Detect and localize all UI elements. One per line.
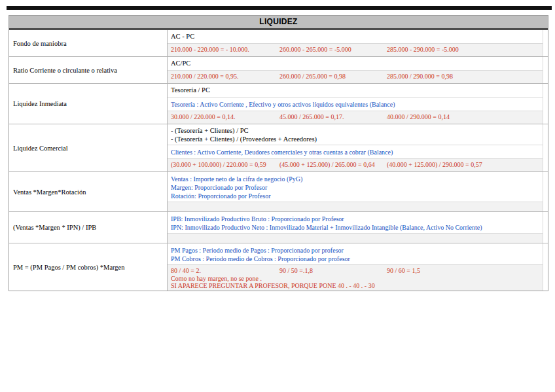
result3-subrow: (30.000 + 100.000) / 220.000 = 0,59(45.0… [168,159,543,171]
table-header: LIQUIDEZ [9,16,548,30]
result-comment: SI APARECE PREGUNTAR A PROFESOR, PORQUE … [171,282,539,289]
note-text: Ventas : Importe neto de la cifra de neg… [171,175,539,183]
formula-subrow: AC/PC [168,57,543,71]
note-text: IPB: Inmovilizado Productivo Bruto : Pro… [171,215,539,223]
result-columns: (30.000 + 100.000) / 220.000 = 0,59(45.0… [171,161,539,169]
table-row: Liquidez Comercial- (Tesorería + Cliente… [9,124,548,172]
table-row: (Ventas *Margen * IPN) / IPBIPB: Inmovil… [9,212,548,243]
empty-subrow [168,234,543,243]
row-spacer [543,212,548,243]
liquidity-table: LIQUIDEZ Fondo de maniobraAC - PC210.000… [9,15,548,291]
row-spacer [543,243,548,291]
row-label: PM = (PM Pagos / PM cobros) *Margen [9,243,168,291]
table-row: Ventas *Margen*RotaciónVentas : Importe … [9,172,548,212]
row-content: IPB: Inmovilizado Productivo Bruto : Pro… [168,212,543,243]
table-row: Liquidez InmediataTesorería / PCTesorerí… [9,84,548,124]
formula-subrow: Tesorería / PC [168,84,543,98]
result-value: 260.000 / 265.000 = 0,98 [279,73,387,80]
note-subrow: PM Pagos : Periodo medio de Pagos : Prop… [168,243,543,265]
result3-subrow: 30.000 / 220.000 = 0,14.45.000 / 265.000… [168,111,543,124]
formula-text: AC/PC [171,59,539,67]
note-subrow: Clientes : Activo Corriente, Deudores co… [168,145,543,159]
result-value: 285.000 / 290.000 = 0,98 [387,73,539,80]
note-text: Rotación: Proporcionado por Profesor [171,192,539,200]
note-subrow: Tesorería : Activo Corriente , Efectivo … [168,98,543,111]
note-text: PM Pagos : Periodo medio de Pagos : Prop… [171,246,539,255]
row-spacer [543,57,548,83]
result-columns: 30.000 / 220.000 = 0,14.45.000 / 265.000… [171,113,539,121]
note-text: IPN: Inmovilizado Productivo Neto : Inmo… [171,223,539,232]
result-comment: Como no hay margen, no se pone . [171,275,539,282]
row-spacer [543,124,548,171]
row-content: Ventas : Importe neto de la cifra de neg… [168,172,543,211]
formula-text: Tesorería / PC [171,86,539,94]
result-block-subrow: 80 / 40 = 2.90 / 50 =.1,890 / 60 = 1,5Co… [168,265,543,291]
row-content: - (Tesorería + Clientes) / PC- (Tesorerí… [168,124,543,171]
result3-subrow: 210.000 - 220.000 = - 10.000.260.000 - 2… [168,44,543,56]
note-text: PM Cobros : Periodo medio de Cobros : Pr… [171,255,539,263]
note-text: Clientes : Activo Corriente, Deudores co… [171,148,539,156]
table-row: Ratio Corriente o circulante o relativaA… [9,57,548,84]
row-label: Liquidez Inmediata [9,84,168,124]
empty-subrow [168,202,543,211]
table-row: Fondo de maniobraAC - PC210.000 - 220.00… [9,30,548,57]
row-spacer [543,84,548,124]
note-subrow: IPB: Inmovilizado Productivo Bruto : Pro… [168,212,543,234]
table-row: PM = (PM Pagos / PM cobros) *MargenPM Pa… [9,243,548,291]
result-columns: 80 / 40 = 2.90 / 50 =.1,890 / 60 = 1,5 [171,267,539,275]
result-value: 260.000 - 265.000 = -5.000 [279,46,387,54]
formula-text: - (Tesorería + Clientes) / (Proveedores … [171,135,539,143]
result3-subrow: 210.000 / 220.000 = 0,95.260.000 / 265.0… [168,71,543,83]
table-body: Fondo de maniobraAC - PC210.000 - 220.00… [9,30,548,291]
result-value: 40.000 / 290.000 = 0,14 [387,113,539,121]
row-label: Ventas *Margen*Rotación [9,172,168,211]
result-value: 80 / 40 = 2. [171,267,279,275]
result-value: 30.000 / 220.000 = 0,14. [171,113,279,121]
result-columns: 210.000 - 220.000 = - 10.000.260.000 - 2… [171,46,539,54]
row-content: Tesorería / PCTesorería : Activo Corrien… [168,84,543,124]
top-divider-bar [7,6,552,10]
formula-text: AC - PC [171,32,539,41]
row-label: (Ventas *Margen * IPN) / IPB [9,212,168,243]
row-content: AC - PC210.000 - 220.000 = - 10.000.260.… [168,30,543,56]
result-value: 210.000 - 220.000 = - 10.000. [171,46,279,54]
result-value: 210.000 / 220.000 = 0,95. [171,73,279,80]
row-label: Fondo de maniobra [9,30,168,56]
formula-subrow: - (Tesorería + Clientes) / PC- (Tesorerí… [168,124,543,145]
result-value: 90 / 60 = 1,5 [387,267,539,275]
result-value: 90 / 50 =.1,8 [279,267,387,275]
row-spacer [543,30,548,56]
result-columns: 210.000 / 220.000 = 0,95.260.000 / 265.0… [171,73,539,80]
note-text: Tesorería : Activo Corriente , Efectivo … [171,100,539,109]
result-value: (45.000 + 125.000) / 265.000 = 0,64 [279,161,387,169]
formula-text: - (Tesorería + Clientes) / PC [171,126,539,135]
result-value: (30.000 + 100.000) / 220.000 = 0,59 [171,161,279,169]
row-content: AC/PC210.000 / 220.000 = 0,95.260.000 / … [168,57,543,83]
row-label: Liquidez Comercial [9,124,168,171]
result-value: 45.000 / 265.000 = 0,17. [279,113,387,121]
note-text: Margen: Proporcionado por Profesor [171,183,539,192]
row-label: Ratio Corriente o circulante o relativa [9,57,168,83]
note-subrow: Ventas : Importe neto de la cifra de neg… [168,172,543,202]
formula-subrow: AC - PC [168,30,543,44]
row-spacer [543,172,548,211]
row-content: PM Pagos : Periodo medio de Pagos : Prop… [168,243,543,291]
result-value: 285.000 - 290.000 = -5.000 [387,46,539,54]
result-value: (40.000 + 125.000) / 290.000 = 0,57 [387,161,539,169]
